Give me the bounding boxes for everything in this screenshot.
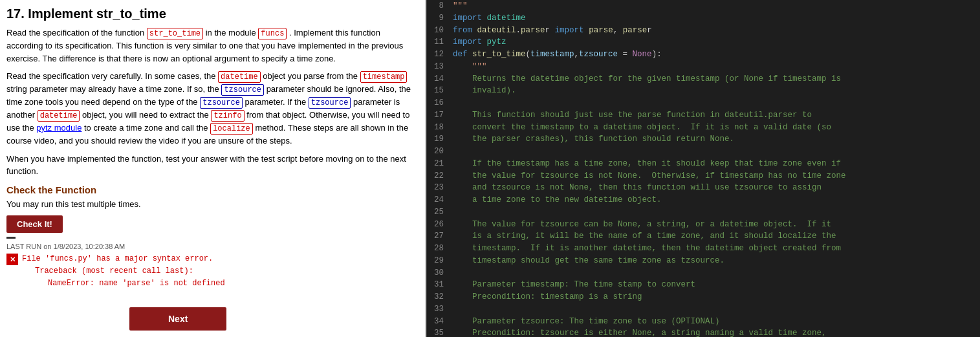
line-content: import datetime <box>450 12 980 25</box>
code-line: 11import pytz <box>427 36 980 49</box>
code-line: 20 <box>427 146 980 158</box>
error-text: File 'funcs.py' has a major syntax error… <box>22 253 225 290</box>
line-number: 11 <box>427 36 450 49</box>
line-number: 15 <box>427 85 450 97</box>
code-line: 15 invalid). <box>427 85 980 97</box>
code-line: 28 timestamp. If it is another datetime,… <box>427 243 980 255</box>
code-line: 35 Precondition: tzsource is either None… <box>427 327 980 337</box>
line-number: 27 <box>427 230 450 243</box>
line-content <box>450 303 980 316</box>
pytz-module-link[interactable]: pytz module <box>36 123 82 133</box>
line-content: from dateutil.parser import parse, parse… <box>450 25 980 37</box>
code-line: 24 a time zone to the new datetime objec… <box>427 194 980 206</box>
inline-tzsource2: tzsource <box>200 97 243 109</box>
check-sub: You may run this test multiple times. <box>6 198 413 211</box>
code-line: 13 """ <box>427 61 980 73</box>
page-title: 17. Implement str_to_time <box>6 6 413 21</box>
inline-str-to-time: str_to_time <box>147 28 203 39</box>
line-number: 28 <box>427 243 450 255</box>
para3: When you have implemented the function, … <box>6 153 413 178</box>
line-number: 30 <box>427 267 450 279</box>
line-number: 32 <box>427 291 450 303</box>
line-content <box>450 97 980 109</box>
code-line: 16 <box>427 97 980 109</box>
line-content: timestamp should get the same time zone … <box>450 255 980 267</box>
line-content: convert the timestamp to a datetime obje… <box>450 122 980 134</box>
inline-datetime2: datetime <box>38 110 80 122</box>
line-number: 14 <box>427 73 450 85</box>
para2: Read the specification very carefully. I… <box>6 70 413 147</box>
line-number: 26 <box>427 219 450 231</box>
line-number: 17 <box>427 109 450 122</box>
line-content: and tzsource is not None, then this func… <box>450 182 980 194</box>
line-number: 29 <box>427 255 450 267</box>
line-number: 31 <box>427 279 450 291</box>
code-line: 9import datetime <box>427 12 980 25</box>
line-content: """ <box>450 61 980 73</box>
inline-timestamp: timestamp <box>360 71 408 83</box>
check-it-button[interactable]: Check It! <box>6 215 63 233</box>
line-content: Parameter tzsource: The time zone to use… <box>450 316 980 328</box>
line-number: 20 <box>427 146 450 158</box>
inline-localize: localize <box>210 123 253 135</box>
line-content: a time zone to the new datetime object. <box>450 194 980 206</box>
error-block: ✕ File 'funcs.py' has a major syntax err… <box>6 253 413 290</box>
next-button[interactable]: Next <box>129 307 226 331</box>
line-content: the value for tzsource is not None. Othe… <box>450 170 980 182</box>
line-content: If the timestamp has a time zone, then i… <box>450 158 980 170</box>
code-line: 23 and tzsource is not None, then this f… <box>427 182 980 194</box>
code-line: 34 Parameter tzsource: The time zone to … <box>427 316 980 328</box>
line-content: timestamp. If it is another datetime, th… <box>450 243 980 255</box>
line-number: 12 <box>427 49 450 61</box>
line-content: Precondition: timestamp is a string <box>450 291 980 303</box>
line-number: 33 <box>427 303 450 316</box>
line-number: 13 <box>427 61 450 73</box>
line-content: Parameter timestamp: The time stamp to c… <box>450 279 980 291</box>
line-content: Precondition: tzsource is either None, a… <box>450 327 980 337</box>
error-icon: ✕ <box>6 254 18 265</box>
line-number: 22 <box>427 170 450 182</box>
code-line: 33 <box>427 303 980 316</box>
inline-tzinfo: tzinfo <box>211 110 244 122</box>
minimize-bar[interactable] <box>6 237 413 239</box>
line-number: 25 <box>427 206 450 219</box>
code-line: 32 Precondition: timestamp is a string <box>427 291 980 303</box>
para1: Read the specification of the function s… <box>6 27 413 65</box>
line-content: Returns the datetime object for the give… <box>450 73 980 85</box>
inline-tzsource3: tzsource <box>309 97 351 109</box>
code-line: 17 This function should just use the par… <box>427 109 980 122</box>
line-content: """ <box>450 0 980 12</box>
line-number: 24 <box>427 194 450 206</box>
code-editor-panel: 8"""9import datetime10from dateutil.pars… <box>427 0 980 337</box>
code-line: 31 Parameter timestamp: The time stamp t… <box>427 279 980 291</box>
left-panel: 17. Implement str_to_time Read the speci… <box>0 0 427 337</box>
line-content: The value for tzsource can be None, a st… <box>450 219 980 231</box>
inline-datetime: datetime <box>218 71 261 83</box>
next-btn-container: Next <box>129 307 226 331</box>
line-content: is a string, it will be the name of a ti… <box>450 230 980 243</box>
last-run-text: LAST RUN on 1/8/2023, 10:20:38 AM <box>6 243 413 250</box>
code-line: 29 timestamp should get the same time zo… <box>427 255 980 267</box>
code-line: 8""" <box>427 0 980 12</box>
line-number: 21 <box>427 158 450 170</box>
line-content <box>450 146 980 158</box>
line-number: 9 <box>427 12 450 25</box>
para1-text: Read the specification of the function <box>6 28 144 38</box>
code-line: 25 <box>427 206 980 219</box>
code-line: 27 is a string, it will be the name of a… <box>427 230 980 243</box>
code-line: 14 Returns the datetime object for the g… <box>427 73 980 85</box>
code-line: 22 the value for tzsource is not None. O… <box>427 170 980 182</box>
line-number: 10 <box>427 25 450 37</box>
code-line: 12def str_to_time(timestamp,tzsource = N… <box>427 49 980 61</box>
code-line: 30 <box>427 267 980 279</box>
line-number: 18 <box>427 122 450 134</box>
code-block: 8"""9import datetime10from dateutil.pars… <box>427 0 980 337</box>
code-line: 18 convert the timestamp to a datetime o… <box>427 122 980 134</box>
code-line: 10from dateutil.parser import parse, par… <box>427 25 980 37</box>
line-content: def str_to_time(timestamp,tzsource = Non… <box>450 49 980 61</box>
line-content: invalid). <box>450 85 980 97</box>
code-line: 21 If the timestamp has a time zone, the… <box>427 158 980 170</box>
line-number: 23 <box>427 182 450 194</box>
line-content: import pytz <box>450 36 980 49</box>
line-number: 16 <box>427 97 450 109</box>
